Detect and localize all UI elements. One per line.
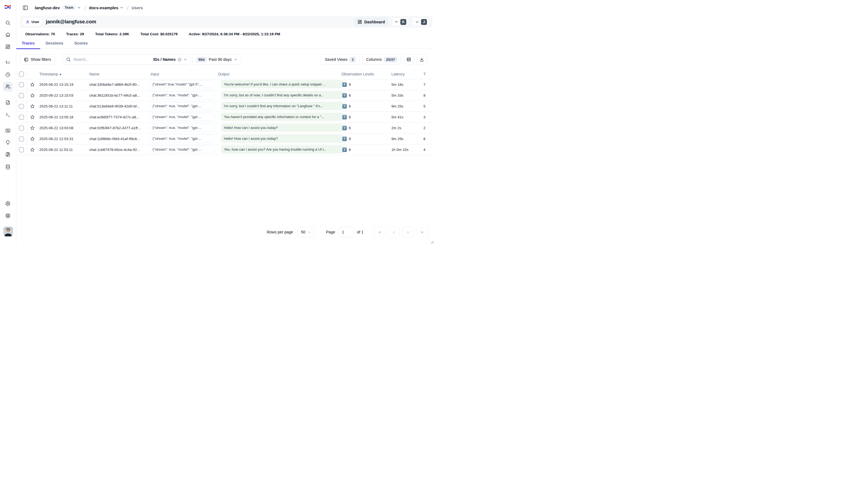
- trace-row[interactable]: 2025-08-22 13:15:19 chat:330bd4e7-d869-4…: [16, 79, 434, 90]
- judge-icon[interactable]: [3, 138, 13, 147]
- trace-input-preview[interactable]: {"stream": true, "model": "gpt-...: [150, 134, 214, 143]
- stat-active-range: Active: 9/27/2024, 6:38:34 PM - 8/22/202…: [189, 32, 280, 36]
- next-user-button[interactable]: J: [412, 18, 430, 26]
- row-checkbox[interactable]: [19, 82, 24, 87]
- observation-level-count: 9: [349, 83, 351, 87]
- rows-per-page-select[interactable]: 50: [297, 227, 315, 237]
- search-scope-select[interactable]: IDs / Names: [153, 57, 187, 62]
- trace-timestamp: 2025-08-22 13:15:03: [37, 93, 87, 97]
- sidebar-toggle-icon[interactable]: [21, 3, 29, 12]
- first-page-button[interactable]: «: [374, 227, 386, 237]
- tab-scores[interactable]: Scores: [69, 41, 93, 49]
- col-header-timestamp[interactable]: Timestamp▼: [37, 72, 87, 76]
- trace-output-preview[interactable]: I'm sorry, but as of now, I couldn't fin…: [221, 91, 343, 99]
- trace-row[interactable]: 2025-08-22 13:11:11 chat:513e84e9-9039-4…: [16, 101, 434, 112]
- trace-row[interactable]: 2025-08-22 11:53:11 chat:1cb67476-b5ce-4…: [16, 144, 434, 155]
- bookmark-star-icon[interactable]: [27, 104, 37, 109]
- row-checkbox[interactable]: [19, 115, 24, 120]
- dashboard-button[interactable]: Dashboard: [354, 18, 389, 26]
- trace-timestamp: 2025-08-22 13:03:08: [37, 126, 87, 130]
- dashboards-icon[interactable]: [3, 42, 13, 52]
- users-nav-icon[interactable]: [3, 82, 13, 91]
- col-header-name[interactable]: Name: [87, 72, 149, 76]
- col-header-overflow[interactable]: T: [422, 72, 434, 76]
- trace-input-preview[interactable]: {"stream": true, "model": "gpt-...: [150, 91, 214, 99]
- bookmark-star-icon[interactable]: [27, 147, 37, 152]
- row-checkbox[interactable]: [19, 93, 24, 98]
- observation-level-count: 9: [349, 137, 351, 141]
- database-icon[interactable]: [3, 162, 13, 172]
- support-icon[interactable]: [3, 211, 13, 221]
- trace-timestamp: 2025-08-22 13:11:11: [37, 104, 87, 108]
- trace-input-preview[interactable]: {"stream": true, "model": "gpt-...: [150, 124, 214, 132]
- breadcrumb-separator: [84, 5, 86, 10]
- sessions-icon[interactable]: [3, 70, 13, 80]
- prev-user-button[interactable]: K: [392, 18, 409, 26]
- trace-output-preview[interactable]: Hello! How can I assist you today?: [221, 124, 343, 132]
- col-header-latency[interactable]: Latency: [390, 72, 422, 76]
- download-icon: [420, 57, 424, 62]
- evaluation-icon[interactable]: [3, 126, 13, 135]
- playground-icon[interactable]: [3, 110, 13, 119]
- search-nav-icon[interactable]: [3, 18, 13, 28]
- prev-page-button[interactable]: ‹: [388, 227, 400, 237]
- trace-input-preview[interactable]: {"stream": true, "model": "gpt-...: [150, 113, 214, 121]
- trace-input-preview[interactable]: {"stream": true, "model": "gpt-...: [150, 146, 214, 153]
- bookmark-star-icon[interactable]: [27, 93, 37, 98]
- tab-traces[interactable]: Traces: [16, 41, 40, 49]
- row-checkbox[interactable]: [19, 136, 24, 142]
- trace-output-preview[interactable]: I'm sorry, but I couldn't find any infor…: [221, 102, 343, 110]
- search-input[interactable]: [73, 57, 151, 62]
- trace-output-preview[interactable]: You're welcome! If you'd like, I can sha…: [221, 80, 343, 88]
- show-filters-button[interactable]: Show filters: [20, 54, 55, 65]
- columns-button[interactable]: Columns 25/37: [362, 54, 401, 65]
- bookmark-star-icon[interactable]: [27, 115, 37, 119]
- bookmark-star-icon[interactable]: [27, 82, 37, 87]
- trace-output-preview[interactable]: Hello! How can I assist you today?: [221, 134, 343, 143]
- breadcrumb-separator: [127, 5, 129, 10]
- trace-output-preview[interactable]: You haven't provided any specific inform…: [221, 113, 343, 121]
- observation-level-count: 6: [349, 93, 351, 97]
- j-keycap: J: [421, 19, 427, 25]
- col-header-input[interactable]: Input: [149, 72, 216, 76]
- page-number-input[interactable]: [338, 227, 354, 237]
- trace-overflow-value: 4: [422, 148, 434, 152]
- home-icon[interactable]: [3, 30, 13, 40]
- saved-views-button[interactable]: Saved Views 1: [321, 54, 360, 65]
- user-avatar[interactable]: [3, 226, 13, 236]
- trace-row[interactable]: 2025-08-22 13:05:18 chat:ec685f77-7374-4…: [16, 112, 434, 123]
- resize-handle[interactable]: [430, 240, 434, 244]
- project-name[interactable]: docs-examples: [89, 5, 118, 10]
- trace-row[interactable]: 2025-08-22 13:03:08 chat:02f63f47-87b2-4…: [16, 123, 434, 133]
- tracing-icon[interactable]: [3, 58, 13, 68]
- tab-sessions[interactable]: Sessions: [40, 41, 69, 49]
- export-button[interactable]: [416, 54, 427, 65]
- org-chevron-down-icon[interactable]: [77, 6, 81, 9]
- trace-output-preview[interactable]: Yes, how can I assist you? Are you havin…: [221, 146, 343, 153]
- trace-row[interactable]: 2025-08-22 13:15:03 chat:3611931b-bc77-4…: [16, 90, 434, 101]
- org-name[interactable]: langfuse-dev: [35, 5, 60, 10]
- row-checkbox[interactable]: [19, 126, 24, 130]
- col-header-output[interactable]: Output: [216, 72, 340, 76]
- datasets-icon[interactable]: [3, 150, 13, 159]
- select-all-checkbox[interactable]: [19, 72, 24, 77]
- row-checkbox[interactable]: [19, 104, 24, 109]
- trace-input-preview[interactable]: {"stream":true,"model":"gpt-5",...: [150, 80, 214, 88]
- trace-row[interactable]: 2025-08-22 12:53:31 chat:116fbfdc-0fd3-4…: [16, 133, 434, 144]
- bookmark-star-icon[interactable]: [27, 126, 37, 130]
- bookmark-star-icon[interactable]: [27, 136, 37, 141]
- trace-input-preview[interactable]: {"stream": true, "model": "gpt-...: [150, 102, 214, 110]
- row-height-button[interactable]: [404, 54, 414, 65]
- trace-overflow-value: 6: [422, 137, 434, 141]
- next-page-button[interactable]: ›: [402, 227, 414, 237]
- user-icon: [26, 20, 30, 24]
- prompts-icon[interactable]: [3, 98, 13, 108]
- settings-icon[interactable]: [3, 199, 13, 209]
- row-checkbox[interactable]: [19, 147, 24, 152]
- project-chevron-down-icon[interactable]: [120, 6, 124, 9]
- col-header-observation-levels[interactable]: Observation Levels: [340, 72, 390, 76]
- last-page-button[interactable]: »: [416, 227, 428, 237]
- trace-name: chat:1cb67476-b5ce-4c4a-92...: [87, 148, 149, 152]
- time-range-button[interactable]: 90d Past 90 days: [192, 54, 241, 65]
- observation-level-count: 6: [349, 126, 351, 130]
